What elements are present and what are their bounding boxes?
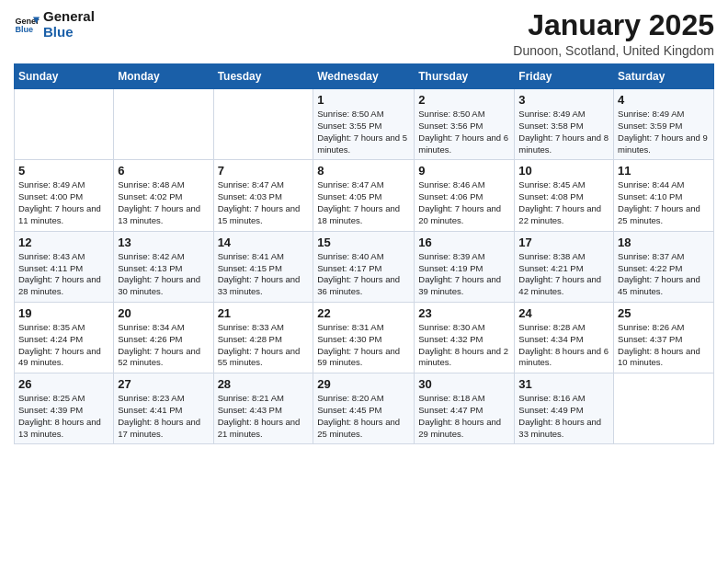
calendar-cell-w3-d2: 13Sunrise: 8:42 AM Sunset: 4:13 PM Dayli… xyxy=(114,231,213,302)
calendar-week-5: 26Sunrise: 8:25 AM Sunset: 4:39 PM Dayli… xyxy=(15,373,714,444)
calendar-cell-w1-d7: 4Sunrise: 8:49 AM Sunset: 3:59 PM Daylig… xyxy=(614,89,714,160)
calendar-cell-w1-d2 xyxy=(114,89,213,160)
calendar-cell-w5-d2: 27Sunrise: 8:23 AM Sunset: 4:41 PM Dayli… xyxy=(114,373,213,444)
day-info-15: Sunrise: 8:40 AM Sunset: 4:17 PM Dayligh… xyxy=(317,251,410,298)
day-number-17: 17 xyxy=(518,236,609,249)
day-info-24: Sunrise: 8:28 AM Sunset: 4:34 PM Dayligh… xyxy=(518,322,609,369)
day-info-23: Sunrise: 8:30 AM Sunset: 4:32 PM Dayligh… xyxy=(418,322,510,369)
col-tuesday: Tuesday xyxy=(213,64,313,89)
day-number-9: 9 xyxy=(418,164,510,178)
calendar-week-4: 19Sunrise: 8:35 AM Sunset: 4:24 PM Dayli… xyxy=(15,302,714,373)
calendar-cell-w2-d4: 8Sunrise: 8:47 AM Sunset: 4:05 PM Daylig… xyxy=(313,160,415,231)
day-number-5: 5 xyxy=(18,164,109,178)
calendar-header-row: Sunday Monday Tuesday Wednesday Thursday… xyxy=(15,64,714,89)
day-info-11: Sunrise: 8:44 AM Sunset: 4:10 PM Dayligh… xyxy=(618,179,710,226)
calendar-cell-w2-d3: 7Sunrise: 8:47 AM Sunset: 4:03 PM Daylig… xyxy=(213,160,313,231)
day-info-4: Sunrise: 8:49 AM Sunset: 3:59 PM Dayligh… xyxy=(618,109,710,155)
calendar-cell-w5-d4: 29Sunrise: 8:20 AM Sunset: 4:45 PM Dayli… xyxy=(313,373,415,444)
calendar-cell-w2-d5: 9Sunrise: 8:46 AM Sunset: 4:06 PM Daylig… xyxy=(415,160,515,231)
day-number-23: 23 xyxy=(418,306,510,320)
day-info-30: Sunrise: 8:18 AM Sunset: 4:47 PM Dayligh… xyxy=(418,393,510,440)
day-number-28: 28 xyxy=(218,377,310,391)
day-info-2: Sunrise: 8:50 AM Sunset: 3:56 PM Dayligh… xyxy=(418,109,510,155)
day-number-13: 13 xyxy=(118,236,209,249)
calendar-cell-w4-d4: 22Sunrise: 8:31 AM Sunset: 4:30 PM Dayli… xyxy=(313,302,415,373)
header: General Blue GeneralBlue January 2025 Du… xyxy=(14,9,714,58)
day-info-7: Sunrise: 8:47 AM Sunset: 4:03 PM Dayligh… xyxy=(218,179,310,226)
col-wednesday: Wednesday xyxy=(313,64,415,89)
calendar-cell-w1-d5: 2Sunrise: 8:50 AM Sunset: 3:56 PM Daylig… xyxy=(415,89,515,160)
calendar-cell-w3-d4: 15Sunrise: 8:40 AM Sunset: 4:17 PM Dayli… xyxy=(313,231,415,302)
calendar-cell-w4-d6: 24Sunrise: 8:28 AM Sunset: 4:34 PM Dayli… xyxy=(515,302,614,373)
header-right: January 2025 Dunoon, Scotland, United Ki… xyxy=(513,9,714,58)
day-info-19: Sunrise: 8:35 AM Sunset: 4:24 PM Dayligh… xyxy=(18,322,109,369)
calendar-cell-w1-d3 xyxy=(213,89,313,160)
day-info-5: Sunrise: 8:49 AM Sunset: 4:00 PM Dayligh… xyxy=(18,179,109,226)
calendar-cell-w2-d2: 6Sunrise: 8:48 AM Sunset: 4:02 PM Daylig… xyxy=(114,160,213,231)
calendar-cell-w5-d6: 31Sunrise: 8:16 AM Sunset: 4:49 PM Dayli… xyxy=(515,373,614,444)
day-number-22: 22 xyxy=(317,306,410,320)
calendar-cell-w1-d6: 3Sunrise: 8:49 AM Sunset: 3:58 PM Daylig… xyxy=(515,89,614,160)
day-number-4: 4 xyxy=(618,93,710,107)
calendar-week-2: 5Sunrise: 8:49 AM Sunset: 4:00 PM Daylig… xyxy=(15,160,714,231)
calendar-week-1: 1Sunrise: 8:50 AM Sunset: 3:55 PM Daylig… xyxy=(15,89,714,160)
day-number-8: 8 xyxy=(317,164,410,178)
calendar-cell-w4-d7: 25Sunrise: 8:26 AM Sunset: 4:37 PM Dayli… xyxy=(614,302,714,373)
day-number-3: 3 xyxy=(518,93,609,107)
day-info-18: Sunrise: 8:37 AM Sunset: 4:22 PM Dayligh… xyxy=(618,251,710,298)
col-monday: Monday xyxy=(114,64,213,89)
calendar-cell-w3-d7: 18Sunrise: 8:37 AM Sunset: 4:22 PM Dayli… xyxy=(614,231,714,302)
calendar-cell-w5-d7 xyxy=(614,373,714,444)
day-info-20: Sunrise: 8:34 AM Sunset: 4:26 PM Dayligh… xyxy=(118,322,209,369)
calendar-cell-w3-d5: 16Sunrise: 8:39 AM Sunset: 4:19 PM Dayli… xyxy=(415,231,515,302)
calendar-week-3: 12Sunrise: 8:43 AM Sunset: 4:11 PM Dayli… xyxy=(15,231,714,302)
day-info-27: Sunrise: 8:23 AM Sunset: 4:41 PM Dayligh… xyxy=(118,393,209,440)
day-info-9: Sunrise: 8:46 AM Sunset: 4:06 PM Dayligh… xyxy=(418,179,510,226)
day-number-29: 29 xyxy=(317,377,410,391)
calendar-cell-w4-d3: 21Sunrise: 8:33 AM Sunset: 4:28 PM Dayli… xyxy=(213,302,313,373)
day-number-14: 14 xyxy=(218,236,310,249)
col-thursday: Thursday xyxy=(415,64,515,89)
day-number-19: 19 xyxy=(18,306,109,320)
day-number-1: 1 xyxy=(317,93,410,107)
calendar-cell-w1-d4: 1Sunrise: 8:50 AM Sunset: 3:55 PM Daylig… xyxy=(313,89,415,160)
day-info-6: Sunrise: 8:48 AM Sunset: 4:02 PM Dayligh… xyxy=(118,179,209,226)
day-number-11: 11 xyxy=(618,164,710,178)
day-info-25: Sunrise: 8:26 AM Sunset: 4:37 PM Dayligh… xyxy=(618,322,710,369)
day-number-2: 2 xyxy=(418,93,510,107)
day-info-13: Sunrise: 8:42 AM Sunset: 4:13 PM Dayligh… xyxy=(118,251,209,298)
day-number-12: 12 xyxy=(18,236,109,249)
day-info-28: Sunrise: 8:21 AM Sunset: 4:43 PM Dayligh… xyxy=(218,393,310,440)
day-number-7: 7 xyxy=(218,164,310,178)
day-info-16: Sunrise: 8:39 AM Sunset: 4:19 PM Dayligh… xyxy=(418,251,510,298)
day-number-20: 20 xyxy=(118,306,209,320)
calendar-cell-w3-d6: 17Sunrise: 8:38 AM Sunset: 4:21 PM Dayli… xyxy=(515,231,614,302)
day-info-3: Sunrise: 8:49 AM Sunset: 3:58 PM Dayligh… xyxy=(518,109,609,155)
day-info-26: Sunrise: 8:25 AM Sunset: 4:39 PM Dayligh… xyxy=(18,393,109,440)
page: General Blue GeneralBlue January 2025 Du… xyxy=(0,0,728,563)
month-title: January 2025 xyxy=(513,9,714,41)
calendar-cell-w5-d3: 28Sunrise: 8:21 AM Sunset: 4:43 PM Dayli… xyxy=(213,373,313,444)
calendar-cell-w5-d5: 30Sunrise: 8:18 AM Sunset: 4:47 PM Dayli… xyxy=(415,373,515,444)
day-number-21: 21 xyxy=(218,306,310,320)
day-number-25: 25 xyxy=(618,306,710,320)
day-number-10: 10 xyxy=(518,164,609,178)
svg-text:Blue: Blue xyxy=(15,25,33,34)
day-info-12: Sunrise: 8:43 AM Sunset: 4:11 PM Dayligh… xyxy=(18,251,109,298)
calendar-cell-w5-d1: 26Sunrise: 8:25 AM Sunset: 4:39 PM Dayli… xyxy=(15,373,114,444)
location: Dunoon, Scotland, United Kingdom xyxy=(513,43,714,58)
day-info-29: Sunrise: 8:20 AM Sunset: 4:45 PM Dayligh… xyxy=(317,393,410,440)
day-number-6: 6 xyxy=(118,164,209,178)
day-number-31: 31 xyxy=(518,377,609,391)
calendar: Sunday Monday Tuesday Wednesday Thursday… xyxy=(14,63,714,444)
day-info-22: Sunrise: 8:31 AM Sunset: 4:30 PM Dayligh… xyxy=(317,322,410,369)
col-friday: Friday xyxy=(515,64,614,89)
day-number-24: 24 xyxy=(518,306,609,320)
col-sunday: Sunday xyxy=(15,64,114,89)
day-number-27: 27 xyxy=(118,377,209,391)
day-info-10: Sunrise: 8:45 AM Sunset: 4:08 PM Dayligh… xyxy=(518,179,609,226)
calendar-cell-w3-d3: 14Sunrise: 8:41 AM Sunset: 4:15 PM Dayli… xyxy=(213,231,313,302)
day-info-21: Sunrise: 8:33 AM Sunset: 4:28 PM Dayligh… xyxy=(218,322,310,369)
day-info-31: Sunrise: 8:16 AM Sunset: 4:49 PM Dayligh… xyxy=(518,393,609,440)
calendar-cell-w2-d1: 5Sunrise: 8:49 AM Sunset: 4:00 PM Daylig… xyxy=(15,160,114,231)
